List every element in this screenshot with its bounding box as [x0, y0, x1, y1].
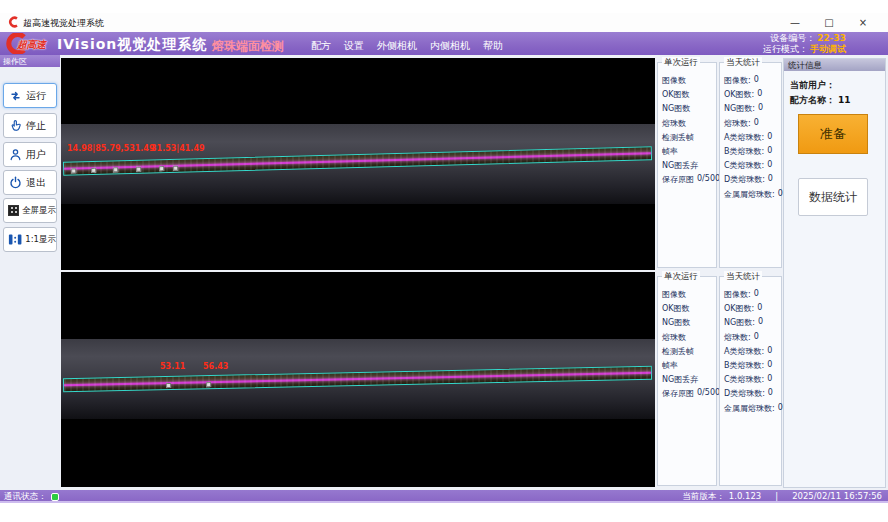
stat-row: NG图丢弃 [662, 374, 716, 388]
stat-row: NG图数 [662, 103, 716, 117]
comm-status-led-icon [51, 493, 59, 501]
device-info: 设备编号：22-33 运行模式：手动调试 [763, 33, 846, 55]
ready-button[interactable]: 准备 [798, 114, 868, 154]
stop-button-label: 停止 [26, 119, 46, 133]
minimize-button[interactable]: — [778, 13, 812, 32]
menu-bar: 配方设置外侧相机内侧相机帮助 [311, 39, 503, 53]
window-title: 超高速视觉处理系统 [23, 17, 104, 30]
panel-title: 单次运行 [662, 57, 700, 69]
device-number-label: 设备编号： [770, 33, 815, 43]
app-header: 超高速 IVision视觉处理系统 熔珠端面检测 配方设置外侧相机内侧相机帮助 … [0, 32, 888, 55]
panel-title: 单次运行 [662, 271, 700, 283]
close-button[interactable]: × [846, 13, 880, 32]
data-statistics-button[interactable]: 数据统计 [798, 178, 868, 216]
menu-item[interactable]: 外侧相机 [377, 39, 417, 53]
panel-title: 当天统计 [724, 57, 762, 69]
brand-text: 超高速 [17, 38, 46, 52]
daily-rows: 图像数:0OK图数:0NG图数:0熔珠数:0A类熔珠数:0B类熔珠数:0C类熔珠… [724, 289, 781, 417]
stat-row: NG图数:0 [724, 317, 781, 331]
device-number-value: 22-33 [817, 33, 846, 43]
menu-item[interactable]: 内侧相机 [430, 39, 470, 53]
page-subtitle: 熔珠端面检测 [212, 38, 284, 55]
screen: 超高速视觉处理系统 — □ × 超高速 IVision视觉处理系统 熔珠端面检测… [0, 0, 888, 522]
separator: | [775, 491, 778, 503]
detection-box [113, 167, 118, 172]
stat-row: 图像数 [662, 75, 716, 89]
menu-item[interactable]: 帮助 [483, 39, 503, 53]
one-to-one-button[interactable]: 1:1显示 [3, 227, 57, 252]
stat-row: 金属屑熔珠数:0 [724, 189, 781, 203]
detection-box [206, 382, 211, 387]
run-mode-value: 手动调试 [810, 44, 846, 54]
stat-row: OK图数 [662, 89, 716, 103]
window-controls: — □ × [778, 13, 880, 32]
stat-row: 图像数:0 [724, 75, 781, 89]
one-to-one-button-label: 1:1显示 [25, 234, 56, 246]
recipe-name-row: 配方名称：11 [790, 94, 851, 107]
exit-button-label: 退出 [26, 176, 46, 190]
run-icon [8, 89, 23, 103]
user-icon [8, 147, 23, 162]
stat-row: D类熔珠数:0 [724, 388, 781, 402]
stat-row: B类熔珠数:0 [724, 146, 781, 160]
detection-box [91, 168, 96, 173]
menu-item[interactable]: 配方 [311, 39, 331, 53]
user-button[interactable]: 用户 [3, 142, 57, 167]
stat-row: B类熔珠数:0 [724, 360, 781, 374]
maximize-button[interactable]: □ [812, 13, 846, 32]
page-title: IVision视觉处理系统 [57, 36, 207, 54]
datetime: 2025/02/11 16:57:56 [792, 491, 882, 503]
detection-box [159, 166, 164, 171]
statistics-info-panel: 统计信息 当前用户： 配方名称：11 准备 数据统计 [783, 58, 886, 488]
stat-row: C类熔珠数:0 [724, 160, 781, 174]
stop-hand-icon [8, 118, 23, 133]
single-run-stats-panel-1: 单次运行 图像数OK图数NG图数熔珠数检测丢帧帧率NG图丢弃保存原图0/500 [657, 62, 717, 268]
current-user-label: 当前用户： [790, 80, 835, 90]
sidebar-title: 操作区 [0, 55, 60, 67]
fullscreen-button-label: 全屏显示 [22, 205, 56, 217]
stat-row: NG图丢弃 [662, 160, 716, 174]
detection-box [166, 383, 171, 388]
menu-item[interactable]: 设置 [344, 39, 364, 53]
camera-view-2: 53.11 56.43 [61, 272, 655, 487]
daily-stats-panel-1: 当天统计 图像数:0OK图数:0NG图数:0熔珠数:0A类熔珠数:0B类熔珠数:… [719, 62, 782, 268]
single-run-rows: 图像数OK图数NG图数熔珠数检测丢帧帧率NG图丢弃保存原图0/500 [662, 75, 716, 189]
stat-row: NG图数 [662, 317, 716, 331]
stat-row: 熔珠数:0 [724, 332, 781, 346]
fullscreen-button[interactable]: 全屏显示 [3, 198, 57, 223]
version-label: 当前版本： [682, 491, 725, 503]
version-info: 当前版本： 1.0.123 | 2025/02/11 16:57:56 [682, 491, 882, 503]
power-icon [8, 175, 23, 190]
run-button[interactable]: 运行 [3, 83, 57, 108]
stat-row: OK图数:0 [724, 303, 781, 317]
stat-row: 图像数 [662, 289, 716, 303]
measurement-annotation: 14.98|85.79,531.49 [67, 144, 154, 153]
user-button-label: 用户 [26, 148, 46, 162]
stat-row: 熔珠数 [662, 118, 716, 132]
stat-row: 帧率 [662, 360, 716, 374]
measurement-annotation: 56.43 [203, 362, 228, 371]
stat-row: 熔珠数 [662, 332, 716, 346]
stat-row: NG图数:0 [724, 103, 781, 117]
measurement-annotation: 53.11 [160, 362, 185, 371]
daily-rows: 图像数:0OK图数:0NG图数:0熔珠数:0A类熔珠数:0B类熔珠数:0C类熔珠… [724, 75, 781, 203]
single-run-stats-panel-2: 单次运行 图像数OK图数NG图数熔珠数检测丢帧帧率NG图丢弃保存原图0/500 [657, 276, 717, 486]
fullscreen-icon [8, 205, 19, 216]
one-to-one-icon [8, 233, 22, 246]
stat-row: D类熔珠数:0 [724, 174, 781, 188]
run-mode-label: 运行模式： [763, 44, 808, 54]
exit-button[interactable]: 退出 [3, 170, 57, 195]
os-titlebar: 超高速视觉处理系统 — □ × [0, 13, 888, 32]
stop-button[interactable]: 停止 [3, 113, 57, 138]
detection-box [71, 168, 76, 173]
recipe-name-value: 11 [838, 95, 851, 105]
stat-row: A类熔珠数:0 [724, 132, 781, 146]
comm-status: 通讯状态： [4, 491, 59, 503]
stat-row: 金属屑熔珠数:0 [724, 403, 781, 417]
stat-row: 图像数:0 [724, 289, 781, 303]
single-run-rows: 图像数OK图数NG图数熔珠数检测丢帧帧率NG图丢弃保存原图0/500 [662, 289, 716, 403]
stat-row: 保存原图0/500 [662, 388, 716, 402]
stat-row: OK图数:0 [724, 89, 781, 103]
detection-box [173, 166, 178, 171]
comm-status-label: 通讯状态： [4, 491, 47, 503]
